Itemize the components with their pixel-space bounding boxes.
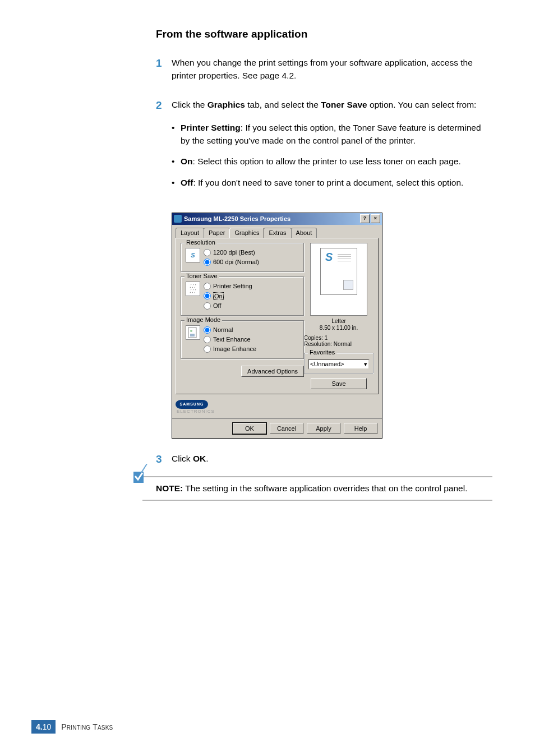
close-icon[interactable]: × [371,214,380,223]
note-icon [130,464,153,486]
svg-point-1 [190,330,192,332]
titlebar: Samsung ML-2250 Series Properties ? × [172,213,382,225]
favorites-select[interactable]: <Unnamed> ▾ [308,359,370,370]
favorites-title: Favorites [308,349,336,356]
step-2-intro-a: Click the [172,100,207,109]
tab-layout[interactable]: Layout [176,228,204,238]
tabstrip: Layout Paper Graphics Extras About [172,225,382,238]
step-1-text: When you change the print settings from … [172,56,492,82]
radio-1200dpi[interactable]: 1200 dpi (Best) [204,249,259,256]
properties-dialog: Samsung ML-2250 Series Properties ? × La… [172,213,382,439]
step-2-number: 2 [156,98,172,197]
chevron-down-icon: ▾ [364,361,367,368]
logo-row: SAMSUNG ELECTRONICS [172,398,382,418]
electronics-label: ELECTRONICS [177,409,215,414]
radio-image-enhance[interactable]: Image Enhance [204,345,256,353]
bullet-off: • Off: If you don't need to save toner t… [172,176,492,189]
page-dim: 8.50 x 11.00 in. [304,325,373,331]
bullet-2-text: : Select this option to allow the printe… [193,156,461,166]
graphics-word: Graphics [207,100,245,109]
footer-section: Printing Tasks [61,722,113,731]
resolution-group: Resolution S 1200 dpi (Best) 600 dpi (No… [181,243,304,272]
help-button[interactable]: Help [344,423,377,434]
note-label: NOTE: [156,483,183,493]
favorites-group: Favorites <Unnamed> ▾ [304,353,373,374]
cancel-button[interactable]: Cancel [270,423,303,434]
imagemode-title: Image Mode [185,316,222,323]
ok-button[interactable]: OK [233,423,266,434]
step-3-number: 3 [156,452,172,467]
step-1: 1 When you change the print settings fro… [156,56,492,82]
resolution-status: Resolution: Normal [304,341,373,347]
radio-600dpi[interactable]: 600 dpi (Normal) [204,259,259,266]
step-2-intro-c: option. You can select from: [367,100,477,109]
note-text: The setting in the software application … [183,483,467,493]
tab-graphics[interactable]: Graphics [229,228,264,238]
tonersave-word: Toner Save [321,100,367,109]
radio-normal[interactable]: Normal [204,326,256,334]
page-number-box: 4.10 [31,720,56,734]
bullet-2-label: On [181,156,193,166]
step-2: 2 Click the Graphics tab, and select the… [156,98,492,197]
save-button[interactable]: Save [311,378,367,389]
bullet-printer-setting: • Printer Setting: If you select this op… [172,121,492,147]
step-3-intro: Click [172,454,193,463]
tab-extras[interactable]: Extras [264,228,291,238]
imagemode-group: Image Mode Normal Text Enhance Image Enh… [181,320,304,359]
preview-block [343,280,353,290]
tab-paper[interactable]: Paper [204,228,230,238]
dialog-buttons: OK Cancel Apply Help [172,418,382,438]
apply-button[interactable]: Apply [307,423,340,434]
ok-word: OK [193,454,206,463]
page-label: Letter [304,318,373,325]
page-footer: 4.10 Printing Tasks [31,720,113,734]
dots-icon: ⁚⁚⁚⁚⁚⁚ [186,282,200,296]
copies-status: Copies: 1 [304,335,373,341]
bullet-on: • On: Select this option to allow the pr… [172,155,492,168]
page-icon [186,325,200,340]
tab-about[interactable]: About [291,228,317,238]
preview-s-icon: S [325,251,333,264]
preview-box: S [310,243,367,316]
radio-off[interactable]: Off [204,302,252,310]
step-1-number: 1 [156,56,172,82]
samsung-logo: SAMSUNG [176,400,208,409]
bullet-3-label: Off [181,178,193,187]
bullet-3-text: : If you don't need to save toner to pri… [193,178,463,187]
bullet-1-label: Printer Setting [181,123,241,132]
step-3: 3 Click OK. [156,452,492,467]
app-icon [174,215,182,223]
preview-lines [338,254,351,263]
step-2-intro-b: tab, and select the [245,100,321,109]
tonersave-group: Toner Save ⁚⁚⁚⁚⁚⁚ Printer Setting On Off [181,276,304,316]
section-heading: From the software application [156,28,492,40]
note-block: NOTE: The setting in the software applic… [142,476,492,500]
step-3-period: . [206,454,208,463]
radio-printer-setting[interactable]: Printer Setting [204,283,252,290]
radio-on[interactable]: On [204,292,252,300]
dialog-title: Samsung ML-2250 Series Properties [184,215,360,222]
advanced-options-button[interactable]: Advanced Options [241,366,304,377]
svg-rect-2 [190,334,195,336]
radio-text-enhance[interactable]: Text Enhance [204,336,256,343]
preview-paper: S [320,248,357,295]
help-button-icon[interactable]: ? [360,214,370,223]
resolution-title: Resolution [185,239,217,246]
tonersave-title: Toner Save [185,273,219,279]
s-icon: S [186,248,200,262]
